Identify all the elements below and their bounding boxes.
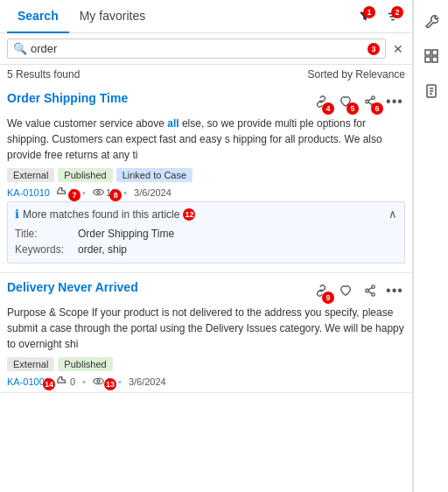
main-panel: Search My favorites 1 2 🔍 3 ✕ 5 Results …: [0, 0, 413, 492]
matches-keywords-value: order, ship: [78, 243, 127, 256]
tag-external-2: External: [7, 357, 54, 371]
svg-rect-17: [432, 57, 438, 62]
sep-4: •: [118, 376, 122, 387]
results-sort: Sorted by Relevance: [308, 68, 405, 81]
article-meta-2: KA-01002 14 0 • 1 13 • 3/6/2024: [7, 376, 405, 387]
sidebar-document-icon[interactable]: [417, 77, 445, 105]
date-1: 3/6/2024: [134, 187, 172, 198]
svg-point-8: [366, 289, 369, 292]
svg-point-13: [97, 380, 100, 383]
article-body-1: We value customer service above all else…: [7, 116, 405, 163]
matches-title-value: Order Shipping Time: [78, 228, 174, 240]
info-icon: ℹ: [15, 207, 19, 221]
article-body-2: Purpose & Scope If your product is not d…: [7, 305, 405, 352]
sort-button[interactable]: 2: [381, 4, 405, 29]
filter-badge: 1: [363, 6, 375, 18]
likes-count-2: 0: [70, 376, 75, 387]
article-title-2[interactable]: Delivery Never Arrived: [7, 280, 311, 294]
tag-published-1: Published: [58, 168, 112, 182]
article-actions-1: 4 5 6 •••: [311, 91, 405, 112]
results-header: 5 Results found Sorted by Relevance: [0, 65, 412, 84]
article-card-1: Order Shipping Time 4 5 6 •••: [0, 84, 412, 273]
matches-keywords-row: Keywords: order, ship: [15, 242, 397, 257]
svg-point-9: [372, 293, 375, 297]
badge-5: 5: [346, 102, 359, 115]
sep-3: •: [82, 376, 86, 387]
svg-line-11: [368, 288, 372, 291]
tag-external-1: External: [7, 168, 54, 182]
views-1: 10 8: [93, 186, 116, 198]
article-actions-2: 9 •••: [311, 280, 405, 301]
article-id-1[interactable]: KA-01010: [7, 187, 50, 198]
more-button-2[interactable]: •••: [384, 280, 405, 301]
tags-row-2: External Published: [7, 357, 405, 371]
matches-box-1: ℹ More matches found in this article 12 …: [7, 201, 405, 264]
sep-1: •: [82, 187, 86, 198]
like-button-1[interactable]: 5: [335, 91, 356, 112]
link-button-1[interactable]: 4: [311, 91, 332, 112]
tag-linked-1: Linked to Case: [116, 168, 192, 182]
article-title-row-2: Delivery Never Arrived 9 •••: [7, 280, 405, 301]
svg-line-10: [368, 292, 372, 294]
matches-label: More matches found in this article: [23, 208, 179, 221]
filter-button[interactable]: 1: [353, 4, 377, 29]
share-button-1[interactable]: 6: [360, 91, 381, 112]
tags-row-1: External Published Linked to Case: [7, 168, 405, 182]
search-icon: 🔍: [13, 42, 27, 55]
badge-14: 14: [43, 378, 55, 390]
date-2: 3/6/2024: [129, 376, 166, 387]
matches-keywords-label: Keywords:: [15, 243, 78, 256]
likes-1: 0 7: [57, 186, 75, 198]
badge-8: 8: [109, 189, 122, 201]
views-2: 1 13: [93, 376, 111, 387]
tabs-row: Search My favorites 1 2: [0, 0, 412, 33]
svg-line-4: [368, 99, 372, 102]
svg-point-12: [94, 378, 103, 384]
article-title-row-1: Order Shipping Time 4 5 6 •••: [7, 91, 405, 112]
share-button-2[interactable]: [360, 280, 381, 301]
svg-rect-14: [425, 50, 430, 55]
svg-rect-16: [425, 57, 430, 62]
badge-4: 4: [322, 102, 334, 115]
results-count: 5 Results found: [7, 68, 80, 81]
svg-point-0: [372, 96, 375, 100]
matches-title-row: Title: Order Shipping Time: [15, 226, 397, 242]
matches-header-1: ℹ More matches found in this article 12 …: [15, 207, 397, 221]
article-meta-1: KA-01010 0 7 • 10 8 • 3/6/2024: [7, 186, 405, 198]
clear-button[interactable]: ✕: [391, 42, 405, 56]
search-bar: 🔍 3 ✕: [0, 33, 412, 65]
tab-icons: 1 2: [353, 4, 405, 29]
badge-7: 7: [68, 189, 80, 201]
like-button-2[interactable]: [335, 280, 356, 301]
article-title-1[interactable]: Order Shipping Time: [7, 91, 311, 105]
likes-2: 0: [57, 376, 75, 387]
tab-search[interactable]: Search: [7, 0, 69, 33]
svg-point-1: [366, 100, 369, 103]
article-card-2: Delivery Never Arrived 9 ••• Purpose & S…: [0, 273, 412, 393]
search-input[interactable]: [31, 42, 364, 55]
collapse-button[interactable]: ∧: [388, 207, 397, 221]
sort-badge: 2: [391, 6, 403, 18]
badge-12: 12: [183, 208, 195, 221]
sidebar-layout-icon[interactable]: [417, 42, 445, 70]
link-button-2[interactable]: 9: [311, 280, 332, 301]
tag-published-2: Published: [58, 357, 112, 371]
article-id-2[interactable]: KA-01002 14: [7, 376, 50, 387]
svg-point-5: [94, 189, 103, 195]
search-badge: 3: [368, 43, 380, 55]
svg-point-6: [97, 191, 100, 193]
sidebar-wrench-icon[interactable]: [417, 7, 445, 35]
sidebar: [413, 0, 448, 492]
badge-13: 13: [104, 378, 116, 390]
highlight-all: all: [167, 117, 178, 130]
badge-9: 9: [322, 292, 334, 304]
tab-favorites[interactable]: My favorites: [69, 0, 156, 33]
search-input-wrap: 🔍 3: [7, 39, 386, 59]
more-button-1[interactable]: •••: [384, 91, 405, 112]
matches-title-label: Title:: [15, 228, 78, 240]
sep-2: •: [123, 187, 127, 198]
matches-header-left: ℹ More matches found in this article 12: [15, 207, 195, 221]
svg-rect-15: [432, 50, 438, 55]
svg-point-7: [372, 285, 375, 289]
badge-6: 6: [371, 102, 383, 115]
